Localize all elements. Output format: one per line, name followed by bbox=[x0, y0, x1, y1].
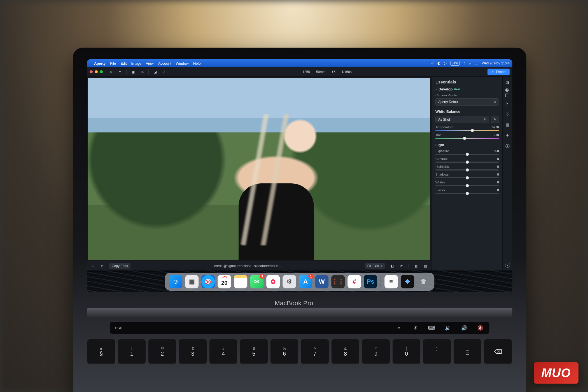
camera-profile-dropdown[interactable]: Aperty Default ⇅ bbox=[435, 98, 499, 106]
favorite-heart-icon[interactable]: ♡ bbox=[90, 263, 95, 269]
status-play-icon[interactable]: ▷ bbox=[444, 61, 447, 65]
dock-app-launchpad[interactable]: ▦ bbox=[185, 275, 199, 288]
develop-section-header[interactable]: ▾ Develop RAW bbox=[435, 87, 499, 91]
touchbar-volume-down-icon[interactable]: 🔉 bbox=[444, 325, 452, 330]
slider-thumb[interactable] bbox=[466, 176, 469, 179]
keyboard-key[interactable]: &8 bbox=[332, 339, 359, 364]
keyboard-key[interactable]: %6 bbox=[270, 339, 298, 364]
light-highlights-slider[interactable] bbox=[435, 169, 499, 171]
chevron-down-icon[interactable]: ▾ bbox=[117, 69, 122, 74]
keyboard-key[interactable]: _= bbox=[454, 339, 481, 364]
menubar-app-name[interactable]: Aperty bbox=[94, 61, 106, 66]
slider-thumb[interactable] bbox=[466, 192, 469, 195]
dock-app-appstore[interactable]: A1 bbox=[299, 275, 312, 288]
window-traffic-lights[interactable] bbox=[90, 70, 103, 73]
menu-image[interactable]: Image bbox=[131, 61, 141, 66]
export-button[interactable]: ⇪ Export bbox=[487, 69, 510, 75]
touchbar-esc[interactable]: esc bbox=[115, 325, 122, 331]
keyboard-key[interactable]: ±§ bbox=[87, 339, 115, 364]
dock-app-settings[interactable]: ⚙ bbox=[283, 275, 296, 288]
zoom-control[interactable]: Fit 34% ▾ bbox=[365, 263, 385, 269]
menu-account[interactable]: Account bbox=[158, 61, 171, 66]
light-whites-slider[interactable] bbox=[435, 185, 499, 186]
dock-app-aperty-app[interactable]: ✳ bbox=[401, 275, 414, 288]
light-whites-value[interactable]: 0 bbox=[497, 181, 499, 184]
slider-thumb[interactable] bbox=[463, 137, 466, 140]
touch-bar[interactable]: esc ☼ ☀ ⌨ 🔉 🔊 🔇 bbox=[110, 322, 489, 334]
status-display-icon[interactable]: ◐ bbox=[437, 61, 440, 65]
status-wifi-icon[interactable]: ⌇ bbox=[463, 61, 465, 65]
status-control-center-icon[interactable]: ☰ bbox=[475, 61, 478, 65]
dock-app-trash[interactable]: 🗑 bbox=[417, 275, 430, 288]
dock-app-photoshop[interactable]: Ps bbox=[364, 275, 377, 288]
eraser-icon[interactable]: ◢ bbox=[153, 69, 158, 74]
keyboard-key[interactable]: $5 bbox=[240, 339, 268, 364]
magnifier-icon[interactable]: ⌕ bbox=[162, 69, 167, 74]
tint-value[interactable]: -10 bbox=[494, 133, 499, 137]
keyboard-key[interactable]: *9 bbox=[362, 339, 390, 364]
wb-eyedropper-button[interactable]: ✎ bbox=[491, 116, 499, 123]
grid-view-icon[interactable]: ▦ bbox=[413, 263, 418, 269]
dock-app-messages[interactable]: ✉3 bbox=[250, 275, 263, 288]
light-shadows-slider[interactable] bbox=[435, 177, 499, 178]
keyboard-key[interactable]: ^7 bbox=[301, 339, 329, 364]
light-exposure-slider[interactable] bbox=[435, 154, 499, 155]
retouch-tool-icon[interactable]: ♡ bbox=[505, 111, 510, 117]
touchbar-keyboard-brightness-icon[interactable]: ⌨ bbox=[427, 325, 436, 330]
status-raycast-icon[interactable]: ⌾ bbox=[431, 61, 433, 65]
slider-thumb[interactable] bbox=[466, 168, 469, 172]
tint-slider[interactable] bbox=[435, 138, 499, 139]
keyboard-key[interactable]: €3 bbox=[179, 339, 207, 364]
keyboard-key[interactable]: !1 bbox=[118, 339, 146, 364]
slider-thumb[interactable] bbox=[471, 129, 474, 132]
light-blacks-slider[interactable] bbox=[435, 193, 499, 194]
touchbar-brightness-up-icon[interactable]: ☀ bbox=[411, 325, 419, 330]
dock-app-photos[interactable]: ✿ bbox=[266, 275, 280, 288]
dock-app-word[interactable]: W bbox=[315, 275, 328, 288]
light-contrast-slider[interactable] bbox=[435, 162, 499, 163]
status-battery[interactable]: 64% bbox=[451, 61, 459, 66]
menubar-clock[interactable]: Wed 20 Nov 21:44 bbox=[482, 61, 510, 65]
adjust-tool-icon[interactable]: ◑ bbox=[505, 80, 510, 85]
ai-select-tool-icon[interactable]: �匚 bbox=[505, 90, 510, 96]
copy-edits-button[interactable]: Copy Edits bbox=[109, 263, 130, 269]
dock-app-slack[interactable]: # bbox=[347, 275, 361, 288]
dock-app-notes[interactable] bbox=[234, 275, 247, 288]
touchbar-mute-icon[interactable]: 🔇 bbox=[476, 325, 484, 330]
help-button[interactable]: ? bbox=[505, 263, 510, 268]
menu-file[interactable]: File bbox=[110, 61, 116, 66]
reject-icon[interactable]: ⊘ bbox=[100, 263, 105, 269]
window-close-button[interactable] bbox=[90, 70, 93, 73]
keyboard-key[interactable]: (0 bbox=[393, 339, 420, 364]
info-tool-icon[interactable]: ⓘ bbox=[505, 143, 510, 149]
keyboard-key[interactable]: #4 bbox=[209, 339, 237, 364]
menu-edit[interactable]: Edit bbox=[120, 61, 127, 66]
light-blacks-value[interactable]: 0 bbox=[497, 188, 499, 192]
light-highlights-value[interactable]: 0 bbox=[497, 165, 499, 168]
slider-thumb[interactable] bbox=[466, 153, 469, 156]
sparkle-icon[interactable]: ✳ bbox=[108, 69, 113, 74]
editing-canvas[interactable] bbox=[88, 78, 430, 260]
dock-app-safari[interactable]: ◎ bbox=[201, 275, 215, 288]
light-shadows-value[interactable]: 0 bbox=[497, 173, 499, 176]
status-search-icon[interactable]: ⌕ bbox=[469, 61, 471, 65]
keyboard-key[interactable]: @2 bbox=[148, 339, 176, 364]
keyboard-key[interactable]: )- bbox=[423, 339, 451, 364]
slider-thumb[interactable] bbox=[466, 160, 469, 164]
dock-app-finder[interactable]: ☺ bbox=[169, 275, 182, 288]
dock-app-textedit[interactable]: ≡ bbox=[384, 275, 398, 288]
effects-tool-icon[interactable]: ✦ bbox=[505, 133, 510, 138]
window-zoom-button[interactable] bbox=[100, 70, 103, 73]
white-balance-preset-dropdown[interactable]: As Shot ⇅ bbox=[435, 116, 489, 123]
temperature-value[interactable]: 6776 bbox=[492, 125, 499, 129]
library-icon[interactable]: ▣ bbox=[130, 69, 136, 74]
compare-icon[interactable]: ◧ bbox=[389, 263, 395, 269]
dock-app-calendar[interactable]: NOV20 bbox=[218, 275, 231, 288]
filmstrip-icon[interactable]: ▤ bbox=[423, 263, 428, 269]
keyboard-key[interactable]: ⌫ bbox=[484, 339, 512, 364]
menu-help[interactable]: Help bbox=[193, 61, 201, 66]
folder-icon[interactable]: ▭ bbox=[139, 69, 144, 74]
menu-view[interactable]: View bbox=[146, 61, 154, 66]
window-minimize-button[interactable] bbox=[95, 70, 98, 73]
temperature-slider[interactable] bbox=[435, 130, 499, 131]
